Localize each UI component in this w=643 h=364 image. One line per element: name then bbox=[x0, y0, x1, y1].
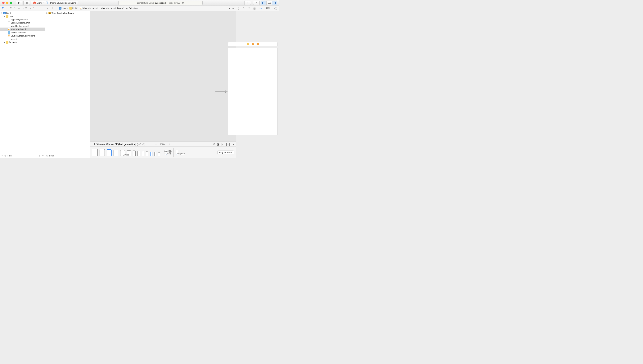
file-row[interactable]: ◐Main.storyboard bbox=[0, 28, 45, 31]
tree-group[interactable]: Light bbox=[9, 15, 14, 18]
issue-nav-icon[interactable]: ⚠ bbox=[18, 7, 20, 10]
toggle-navigator-button[interactable] bbox=[261, 1, 266, 5]
embed-in-icon[interactable]: ▣ bbox=[217, 143, 219, 146]
minimize-window-icon[interactable] bbox=[6, 2, 9, 4]
panel-toggles bbox=[261, 0, 277, 5]
device-iphone-se[interactable] bbox=[150, 152, 152, 156]
stop-button[interactable] bbox=[23, 1, 30, 5]
storyboard-canvas[interactable]: View as: iPhone SE (2nd generation) (wC … bbox=[90, 11, 236, 158]
filter-scope-icon[interactable]: ◎ bbox=[5, 154, 6, 157]
orientation-section: Orientation bbox=[176, 150, 185, 155]
activity-pill[interactable]: Light | Build Light: Succeeded | Today a… bbox=[118, 1, 203, 5]
symbol-nav-icon[interactable]: ☰ bbox=[10, 7, 12, 10]
file-inspector-icon[interactable]: ▯ bbox=[238, 7, 239, 10]
source-control-nav-icon[interactable]: ⎌ bbox=[7, 7, 8, 9]
zoom-window-icon[interactable] bbox=[10, 2, 12, 4]
attributes-inspector-icon[interactable] bbox=[259, 7, 262, 10]
file-row[interactable]: sAppDelegate.swift bbox=[0, 18, 45, 21]
find-nav-icon[interactable] bbox=[14, 7, 16, 10]
add-editor-icon[interactable]: ⊞ bbox=[232, 7, 234, 10]
file-row[interactable]: ◐LaunchScreen.storyboard bbox=[0, 34, 45, 37]
nav-back-button[interactable]: 〈 bbox=[50, 7, 54, 10]
pin-icon[interactable]: |⊢| bbox=[226, 143, 230, 146]
separator bbox=[162, 148, 162, 157]
entry-point-arrow-icon bbox=[215, 90, 228, 93]
scheme-selector[interactable]: Light 〉 iPhone SE (2nd generation) bbox=[31, 1, 78, 5]
scheme-target: Light bbox=[37, 2, 42, 4]
code-review-button[interactable]: ⇄ bbox=[253, 1, 260, 5]
add-file-icon[interactable]: ＋ bbox=[1, 154, 3, 157]
size-inspector-icon[interactable]: �에 bbox=[266, 6, 270, 10]
style-group-label: Interface Style bbox=[164, 150, 172, 154]
breakpoint-nav-icon[interactable]: ▷ bbox=[29, 7, 31, 10]
close-window-icon[interactable] bbox=[2, 2, 5, 4]
device-iphone-4s[interactable] bbox=[158, 152, 160, 156]
file-row[interactable]: ≡Info.plist bbox=[0, 37, 45, 40]
file-row[interactable]: sSceneDelegate.swift bbox=[0, 21, 45, 24]
device-iphone-8[interactable] bbox=[154, 152, 156, 156]
report-nav-icon[interactable]: ☐ bbox=[33, 7, 35, 10]
outline-filter-icon[interactable]: ◎ bbox=[46, 154, 48, 157]
device-ipad-air[interactable] bbox=[107, 150, 112, 156]
zoom-level[interactable]: 79% bbox=[160, 143, 165, 146]
identity-inspector-icon[interactable]: ▦ bbox=[253, 7, 256, 10]
navigator-filter-input[interactable] bbox=[8, 154, 38, 157]
view-controller-object-icon[interactable] bbox=[247, 43, 249, 45]
view-controller-view[interactable] bbox=[228, 48, 277, 135]
file-name-label: ViewController.swift bbox=[11, 25, 29, 27]
nav-forward-button[interactable]: 〉 bbox=[54, 7, 59, 10]
scene-dock[interactable] bbox=[228, 42, 277, 46]
file-row[interactable]: Assets.xcassets bbox=[0, 31, 45, 34]
document-outline: ▶◼ View Controller Scene ◎ bbox=[45, 11, 90, 158]
resolve-issues-icon[interactable]: ▷ bbox=[232, 143, 234, 146]
file-tree[interactable]: ▼⌂Light ▼Light sAppDelegate.swiftsSceneD… bbox=[0, 11, 45, 153]
file-row[interactable]: sViewController.swift bbox=[0, 24, 45, 28]
run-button[interactable] bbox=[16, 1, 22, 5]
device-iphone-11[interactable] bbox=[138, 151, 140, 156]
crumb-4[interactable]: No Selection bbox=[126, 7, 138, 9]
toggle-debug-area-button[interactable] bbox=[266, 1, 272, 5]
tree-products[interactable]: Products bbox=[9, 41, 17, 44]
related-items-button[interactable]: ⊞ bbox=[45, 7, 50, 10]
toggle-inspector-button[interactable] bbox=[272, 1, 277, 5]
connections-inspector-icon[interactable]: ◯ bbox=[274, 7, 277, 10]
file-name-label: AppDelegate.swift bbox=[11, 18, 28, 21]
device-ipad-pro-12[interactable] bbox=[92, 148, 98, 156]
project-nav-icon[interactable] bbox=[2, 7, 5, 10]
first-responder-object-icon[interactable] bbox=[252, 43, 254, 45]
crumb-2[interactable]: Main.storyboard bbox=[83, 7, 98, 9]
exit-object-icon[interactable] bbox=[257, 43, 259, 45]
outline-scene-row[interactable]: ▶◼ View Controller Scene bbox=[45, 11, 90, 14]
toggle-outline-icon[interactable] bbox=[92, 143, 95, 145]
file-name-label: Assets.xcassets bbox=[11, 31, 26, 34]
outline-filter-input[interactable] bbox=[49, 154, 89, 157]
zoom-in-button[interactable]: ＋ bbox=[168, 142, 170, 146]
breadcrumb[interactable]: ⌂ Light〉 Light〉 ◐ Main.storyboard〉 Main.… bbox=[59, 7, 138, 10]
history-inspector-icon[interactable]: ⟳ bbox=[243, 7, 245, 10]
crumb-1[interactable]: Light bbox=[72, 7, 77, 9]
scm-filter-icon[interactable]: ☒ bbox=[42, 154, 44, 157]
tree-project[interactable]: Light bbox=[6, 12, 11, 14]
device-ipad-pro-11[interactable] bbox=[100, 149, 105, 156]
device-iphone-pro[interactable] bbox=[142, 151, 144, 156]
editor-options-icon[interactable]: ≣ bbox=[228, 7, 230, 10]
help-inspector-icon[interactable]: ? bbox=[248, 7, 250, 10]
crumb-3[interactable]: Main.storyboard (Base) bbox=[101, 7, 123, 9]
device-iphone-8plus[interactable] bbox=[146, 151, 148, 156]
align-icon[interactable]: |⫞| bbox=[221, 143, 224, 146]
device-icon bbox=[46, 2, 49, 4]
update-frames-icon[interactable]: ⟲ bbox=[213, 143, 215, 146]
recent-filter-icon[interactable]: ◷ bbox=[39, 154, 41, 157]
view-as-label[interactable]: View as: iPhone SE (2nd generation) (wC … bbox=[97, 143, 145, 146]
device-iphone-max[interactable] bbox=[133, 150, 136, 156]
device-ipad[interactable] bbox=[114, 150, 118, 156]
zoom-out-button[interactable]: − bbox=[155, 143, 157, 146]
storyboard-icon: ◐ bbox=[80, 7, 83, 10]
library-button[interactable]: ＋ bbox=[244, 1, 251, 5]
vary-for-traits-button[interactable]: Vary for Traits bbox=[217, 150, 234, 154]
debug-nav-icon[interactable]: ☷ bbox=[25, 7, 27, 10]
test-nav-icon[interactable]: ◇ bbox=[22, 7, 23, 10]
canvas-scroll[interactable] bbox=[90, 11, 236, 142]
outline-filter-bar: ◎ bbox=[45, 153, 90, 158]
crumb-0[interactable]: Light bbox=[62, 7, 67, 9]
